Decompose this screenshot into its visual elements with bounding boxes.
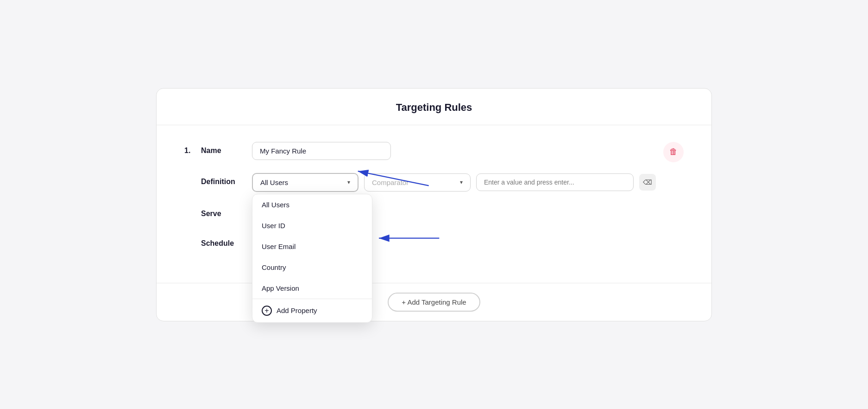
dropdown-item-user-email[interactable]: User Email xyxy=(252,236,372,257)
clear-icon: ⌫ xyxy=(643,179,652,186)
name-label: Name xyxy=(201,142,252,155)
definition-fields: All Users ▾ All Users User ID User Email xyxy=(252,173,684,192)
targeting-rules-card: Targeting Rules 1. Name 🗑 Definition xyxy=(156,88,712,321)
item-label: User Email xyxy=(262,243,296,250)
comparator-chevron-icon: ▾ xyxy=(460,179,463,185)
card-footer: + Add Targeting Rule xyxy=(157,283,711,321)
dropdown-item-app-version[interactable]: App Version xyxy=(252,278,372,299)
definition-number-spacer xyxy=(184,173,201,178)
add-property-label: Add Property xyxy=(277,307,317,314)
item-label: User ID xyxy=(262,222,285,230)
name-input[interactable] xyxy=(252,142,391,160)
add-property-icon: + xyxy=(262,306,272,316)
definition-select[interactable]: All Users ▾ xyxy=(252,173,359,192)
dropdown-item-all-users[interactable]: All Users xyxy=(252,194,372,215)
definition-row: Definition All Users ▾ All Users User xyxy=(184,173,684,192)
card-header: Targeting Rules xyxy=(157,89,711,125)
dropdown-item-country[interactable]: Country xyxy=(252,257,372,278)
item-label: All Users xyxy=(262,201,289,209)
value-input[interactable] xyxy=(476,173,634,191)
serve-number-spacer xyxy=(184,205,201,210)
name-row: 1. Name 🗑 xyxy=(184,142,684,160)
trash-icon: 🗑 xyxy=(669,147,678,157)
card-body: 1. Name 🗑 Definition All Users ▾ xyxy=(157,125,711,283)
serve-label: Serve xyxy=(201,205,252,218)
page-title: Targeting Rules xyxy=(175,102,693,114)
add-rule-label: + Add Targeting Rule xyxy=(402,298,466,306)
definition-selected-value: All Users xyxy=(260,179,288,186)
item-label: App Version xyxy=(262,284,299,292)
dropdown-add-property[interactable]: + Add Property xyxy=(252,299,372,322)
comparator-placeholder: Comparator xyxy=(372,179,409,186)
schedule-number-spacer xyxy=(184,235,201,239)
schedule-label: Schedule xyxy=(201,235,252,248)
add-targeting-rule-button[interactable]: + Add Targeting Rule xyxy=(388,293,480,312)
definition-label: Definition xyxy=(201,173,252,186)
rule-number: 1. xyxy=(184,142,201,155)
definition-dropdown-menu: All Users User ID User Email Country App xyxy=(252,194,372,323)
definition-chevron-icon: ▾ xyxy=(347,179,350,185)
dropdown-item-user-id[interactable]: User ID xyxy=(252,215,372,236)
item-label: Country xyxy=(262,263,286,271)
delete-rule-button[interactable]: 🗑 xyxy=(663,142,684,162)
clear-value-button[interactable]: ⌫ xyxy=(639,174,656,191)
definition-dropdown-wrapper: All Users ▾ All Users User ID User Email xyxy=(252,173,359,192)
name-fields xyxy=(252,142,684,160)
comparator-select[interactable]: Comparator ▾ xyxy=(364,173,471,192)
